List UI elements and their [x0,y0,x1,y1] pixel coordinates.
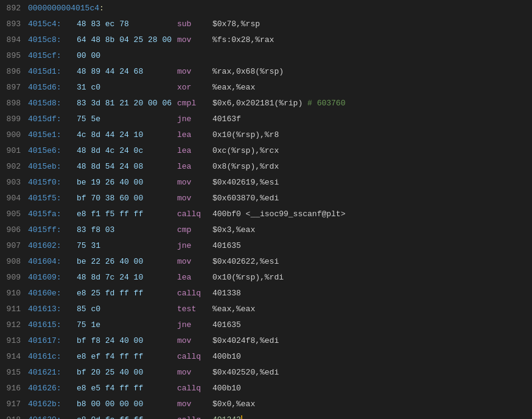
mnemonic: lea [177,162,212,171]
mnemonic: lea [177,273,212,282]
bytes: 48 8d 4c 24 0c [77,146,177,155]
code-line: 914 40161c: e8 ef f4 ff ff callq 400b10 [0,348,532,364]
operands: %rax,0x68(%rsp) [212,67,284,76]
bytes: be 19 26 40 00 [77,178,177,187]
mnemonic: mov [177,336,212,345]
address: 401602: [28,241,77,250]
operand-comment: # 603760 [307,99,345,108]
code-line: 901 4015e6: 48 8d 4c 24 0c lea 0xc(%rsp)… [0,143,532,158]
operands: $0x402622,%esi [212,257,279,266]
operands: 400b10 [212,352,241,361]
line-number: 893 [2,19,28,29]
address: 4015d8: [28,99,77,108]
mnemonic: callq [177,352,212,361]
operand: 400bf0 <__isoc99_sscanf@plt> [212,210,345,219]
line-number: 902 [2,162,28,171]
mnemonic: xor [177,83,212,92]
operands: 0x10(%rsp),%r8 [212,130,279,139]
code-line: 897 4015d6: 31 c0 xor %eax,%eax [0,79,532,95]
bytes: be 22 26 40 00 [77,257,177,266]
operands: 0x10(%rsp),%rdi [212,273,284,282]
operands: 0x8(%rsp),%rdx [212,162,279,171]
mnemonic: jne [177,114,212,124]
line-number: 898 [2,99,28,108]
operands: $0x603870,%edi [212,194,279,203]
operands: $0x0,%eax [212,400,255,409]
line-number: 908 [2,257,28,266]
operands: 400bf0 <__isoc99_sscanf@plt> [212,210,345,219]
line-number: 914 [2,352,28,361]
code-line: 911 401613: 85 c0 test %eax,%eax [0,301,532,317]
line-number: 911 [2,305,28,314]
address: 4015cf: [28,51,77,60]
address: 4015e1: [28,130,77,139]
code-line: 903 4015f0: be 19 26 40 00 mov $0x402619… [0,174,532,190]
operands: $0x402520,%edi [212,368,279,377]
operands: 401635 [212,320,241,329]
address: 40161c: [28,352,77,361]
bytes: 48 89 44 24 68 [77,67,177,76]
address: 401617: [28,336,77,345]
operand: 401635 [212,320,241,329]
line-number: 899 [2,114,28,124]
operand: %rax,0x68(%rsp) [212,67,284,76]
operand: $0x402619,%esi [212,178,279,187]
operands: 401338 [212,289,241,298]
address: 401613: [28,305,77,314]
address: 4015ff: [28,225,77,234]
operands: 401242 [212,415,242,420]
address: 4015d1: [28,67,77,76]
operands: $0x402619,%esi [212,178,279,187]
address: 401609: [28,273,77,282]
operand: $0x4024f8,%edi [212,336,279,345]
operands: $0x6,0x202181(%rip) # 603760 [212,99,345,108]
bytes: 00 00 [77,51,177,60]
code-line: 915 401621: bf 20 25 40 00 mov $0x402520… [0,364,532,380]
operand: 0xc(%rsp),%rcx [212,146,279,155]
bytes: e8 25 fd ff ff [77,289,177,298]
bytes: 75 1e [77,320,177,329]
bytes: 48 8d 7c 24 10 [77,273,177,282]
code-line: 904 4015f5: bf 70 38 60 00 mov $0x603870… [0,190,532,206]
bytes: 64 48 8b 04 25 28 00 [77,35,177,44]
mnemonic: mov [177,257,212,266]
code-line: 912 401615: 75 1e jne 401635 [0,317,532,333]
code-line: 898 4015d8: 83 3d 81 21 20 00 06 cmpl $0… [0,95,532,111]
section-addr: 0000000004015c4 [28,4,99,13]
bytes: b8 00 00 00 00 [77,400,177,409]
code-line: 908 401604: be 22 26 40 00 mov $0x402622… [0,253,532,269]
code-line: 916 401626: e8 e5 f4 ff ff callq 400b10 [0,380,532,396]
operand: $0x603870,%edi [212,194,279,203]
address: 4015eb: [28,162,77,171]
mnemonic: callq [177,289,212,298]
operand-imm: 401242 [212,415,241,420]
bytes: bf 70 38 60 00 [77,194,177,203]
line-number: 912 [2,320,28,329]
line-number: 910 [2,289,28,298]
bytes: e8 f1 f5 ff ff [77,210,177,219]
operand: %eax,%eax [212,83,255,92]
code-line: 906 4015ff: 83 f8 03 cmp $0x3,%eax [0,222,532,238]
operand: $0x3,%eax [212,225,255,234]
bytes: 85 c0 [77,305,177,314]
operand: 401338 [212,289,241,298]
bytes: 48 83 ec 78 [77,19,177,29]
operands: $0x4024f8,%edi [212,336,279,345]
operand: $0x402622,%esi [212,257,279,266]
highlighted-symbol [241,415,242,420]
line-number: 917 [2,400,28,409]
address: 4015c8: [28,35,77,44]
address: 4015e6: [28,146,77,155]
address: 4015f5: [28,194,77,203]
address: 401626: [28,384,77,393]
operand: %fs:0x28,%rax [212,35,274,44]
operand: $0x402520,%edi [212,368,279,377]
mnemonic: mov [177,67,212,76]
bytes: 48 8d 54 24 08 [77,162,177,171]
line-number: 906 [2,225,28,234]
operands: %eax,%eax [212,305,255,314]
operand: 0x10(%rsp),%rdi [212,273,284,282]
operands: 400b10 [212,384,241,393]
operand: 400b10 [212,352,241,361]
code-line: 902 4015eb: 48 8d 54 24 08 lea 0x8(%rsp)… [0,158,532,174]
